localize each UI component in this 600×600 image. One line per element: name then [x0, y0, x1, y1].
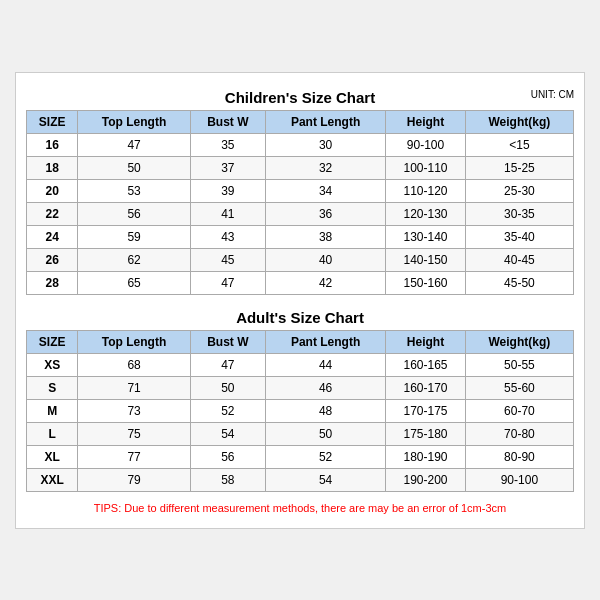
adults-col-height: Height: [386, 330, 465, 353]
table-cell: 130-140: [386, 225, 465, 248]
adults-table: SIZE Top Length Bust W Pant Length Heigh…: [26, 330, 574, 492]
table-cell: 53: [78, 179, 191, 202]
table-cell: 90-100: [386, 133, 465, 156]
table-cell: 43: [190, 225, 265, 248]
table-cell: 25-30: [465, 179, 573, 202]
adults-title: Adult's Size Chart: [26, 303, 574, 330]
table-cell: 170-175: [386, 399, 465, 422]
table-row: 24594338130-14035-40: [27, 225, 574, 248]
children-col-toplength: Top Length: [78, 110, 191, 133]
tips-text: TIPS: Due to different measurement metho…: [26, 498, 574, 518]
table-row: 26624540140-15040-45: [27, 248, 574, 271]
children-title-text: Children's Size Chart: [225, 89, 375, 106]
table-cell: 30: [265, 133, 385, 156]
table-cell: 35: [190, 133, 265, 156]
table-cell: 55-60: [465, 376, 573, 399]
table-cell: 70-80: [465, 422, 573, 445]
table-cell: 18: [27, 156, 78, 179]
adults-title-text: Adult's Size Chart: [236, 309, 364, 326]
children-title: Children's Size Chart UNIT: CM: [26, 83, 574, 110]
table-cell: 28: [27, 271, 78, 294]
table-cell: 32: [265, 156, 385, 179]
children-unit: UNIT: CM: [531, 89, 574, 100]
children-col-bustw: Bust W: [190, 110, 265, 133]
table-cell: XXL: [27, 468, 78, 491]
children-header-row: SIZE Top Length Bust W Pant Length Heigh…: [27, 110, 574, 133]
table-cell: 140-150: [386, 248, 465, 271]
table-cell: 40: [265, 248, 385, 271]
table-cell: 30-35: [465, 202, 573, 225]
table-cell: 48: [265, 399, 385, 422]
table-cell: 150-160: [386, 271, 465, 294]
table-cell: 160-165: [386, 353, 465, 376]
table-row: XL775652180-19080-90: [27, 445, 574, 468]
table-cell: 50: [78, 156, 191, 179]
table-cell: <15: [465, 133, 573, 156]
table-row: 28654742150-16045-50: [27, 271, 574, 294]
children-col-height: Height: [386, 110, 465, 133]
table-cell: 22: [27, 202, 78, 225]
table-row: 20533934110-12025-30: [27, 179, 574, 202]
children-col-weight: Weight(kg): [465, 110, 573, 133]
table-cell: 79: [78, 468, 191, 491]
table-cell: 16: [27, 133, 78, 156]
table-cell: 54: [190, 422, 265, 445]
table-cell: XS: [27, 353, 78, 376]
table-cell: 47: [190, 271, 265, 294]
adults-header-row: SIZE Top Length Bust W Pant Length Heigh…: [27, 330, 574, 353]
table-cell: 160-170: [386, 376, 465, 399]
table-row: XS684744160-16550-55: [27, 353, 574, 376]
table-cell: 175-180: [386, 422, 465, 445]
table-cell: 35-40: [465, 225, 573, 248]
table-cell: 80-90: [465, 445, 573, 468]
table-cell: 190-200: [386, 468, 465, 491]
table-cell: 50: [265, 422, 385, 445]
table-cell: 62: [78, 248, 191, 271]
table-cell: 73: [78, 399, 191, 422]
table-row: XXL795854190-20090-100: [27, 468, 574, 491]
table-cell: 20: [27, 179, 78, 202]
table-cell: 120-130: [386, 202, 465, 225]
table-cell: S: [27, 376, 78, 399]
table-cell: XL: [27, 445, 78, 468]
table-cell: 39: [190, 179, 265, 202]
table-cell: 77: [78, 445, 191, 468]
table-cell: 60-70: [465, 399, 573, 422]
table-cell: 15-25: [465, 156, 573, 179]
table-cell: 36: [265, 202, 385, 225]
adults-col-toplength: Top Length: [78, 330, 191, 353]
table-cell: 58: [190, 468, 265, 491]
table-cell: 24: [27, 225, 78, 248]
adults-col-weight: Weight(kg): [465, 330, 573, 353]
table-cell: 52: [190, 399, 265, 422]
table-row: S715046160-17055-60: [27, 376, 574, 399]
table-cell: 44: [265, 353, 385, 376]
children-col-pantlength: Pant Length: [265, 110, 385, 133]
table-cell: 50-55: [465, 353, 573, 376]
table-row: 22564136120-13030-35: [27, 202, 574, 225]
table-cell: 71: [78, 376, 191, 399]
table-cell: 59: [78, 225, 191, 248]
table-cell: 52: [265, 445, 385, 468]
table-cell: 100-110: [386, 156, 465, 179]
table-row: 18503732100-11015-25: [27, 156, 574, 179]
table-cell: 50: [190, 376, 265, 399]
adults-col-bustw: Bust W: [190, 330, 265, 353]
table-cell: 56: [190, 445, 265, 468]
table-cell: 42: [265, 271, 385, 294]
table-row: 1647353090-100<15: [27, 133, 574, 156]
adults-col-size: SIZE: [27, 330, 78, 353]
table-cell: 40-45: [465, 248, 573, 271]
table-cell: 90-100: [465, 468, 573, 491]
table-cell: 46: [265, 376, 385, 399]
table-cell: 68: [78, 353, 191, 376]
table-cell: 38: [265, 225, 385, 248]
children-table: SIZE Top Length Bust W Pant Length Heigh…: [26, 110, 574, 295]
table-cell: 65: [78, 271, 191, 294]
table-cell: 45-50: [465, 271, 573, 294]
table-cell: M: [27, 399, 78, 422]
table-row: M735248170-17560-70: [27, 399, 574, 422]
table-cell: 47: [190, 353, 265, 376]
table-cell: 54: [265, 468, 385, 491]
table-cell: 47: [78, 133, 191, 156]
